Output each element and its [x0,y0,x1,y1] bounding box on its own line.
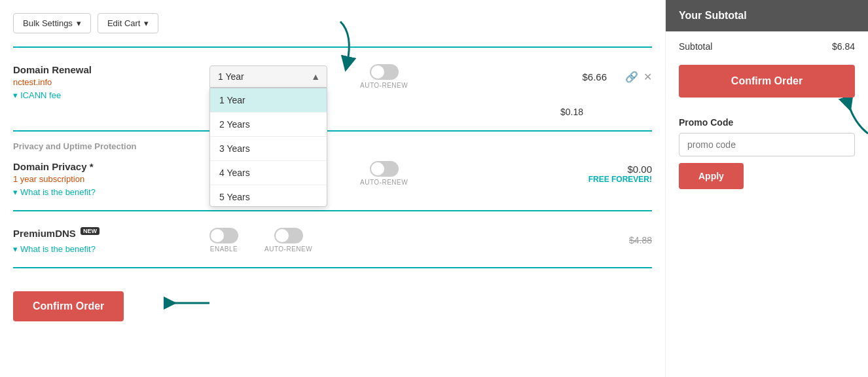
new-badge: NEW [81,227,99,235]
domain-privacy-info: Domain Privacy * 1 year subscription ▾ W… [13,161,209,197]
domain-privacy-title: Domain Privacy * [13,161,209,172]
duration-dropdown: 1 Year 2 Years 3 Years 4 Years 5 Years [209,88,327,207]
domain-privacy-toggle-wrapper: AUTO-RENEW [360,161,408,186]
domain-privacy-auto-renew-label: AUTO-RENEW [360,179,408,186]
domain-privacy-row: Domain Privacy * 1 year subscription ▾ W… [13,154,652,204]
premium-dns-controls: ENABLE AUTO-RENEW $4.88 [209,228,652,253]
privacy-section-label: Privacy and Uptime Protection [13,141,652,151]
toggle-knob [371,65,384,79]
subtotal-row: Subtotal $6.84 [679,41,855,52]
duration-select-wrapper: 1 Year ▲ 1 Year 2 Years 3 Years 4 Years … [209,65,327,88]
premium-dns-price: $4.88 [629,235,652,245]
confirm-order-button[interactable]: Confirm Order [679,65,855,98]
bulk-settings-chevron: ▾ [77,18,81,28]
premium-dns-row: PremiumDNS NEW ▾ What is the benefit? EN… [13,221,652,260]
bottom-bar: Confirm Order [13,278,652,334]
premium-dns-autorenew-wrapper: AUTO-RENEW [264,228,312,253]
subtotal-label: Subtotal [679,41,712,52]
domain-renewal-title: Domain Renewal [13,64,209,75]
domain-renewal-price: $6.66 [554,71,607,82]
premium-dns-benefit-link[interactable]: ▾ What is the benefit? [13,244,209,254]
promo-code-input[interactable] [679,133,855,156]
toggle-knob-4 [276,229,289,242]
auto-renew-toggle-wrapper: AUTO-RENEW [360,64,408,89]
premium-dns-enable-toggle[interactable] [209,228,238,243]
domain-privacy-price: $0.00 [627,164,652,175]
selected-duration-label: 1 Year [218,71,244,82]
edit-cart-button[interactable]: Edit Cart ▾ [98,13,159,33]
domain-privacy-benefit-link[interactable]: ▾ What is the benefit? [13,187,209,197]
domain-renewal-controls: 1 Year ▲ 1 Year 2 Years 3 Years 4 Years … [209,64,652,89]
dropdown-item-5years[interactable]: 5 Years [210,185,327,206]
section-divider-dns [13,210,652,211]
promo-code-label: Promo Code [679,117,855,128]
domain-privacy-price-wrapper: $0.00 FREE FOREVER! [588,164,652,184]
section-divider-bottom [13,267,652,268]
sidebar-body: Subtotal $6.84 Confirm Order Promo Code … [666,31,868,377]
select-chevron-icon: ▲ [311,71,320,82]
chevron-down-icon-3: ▾ [13,244,18,254]
sidebar: Your Subtotal Subtotal $6.84 Confirm Ord… [665,0,868,377]
domain-renewal-row: Domain Renewal nctest.info ▾ ICANN fee 1… [13,58,652,107]
premium-dns-autorenew-toggle[interactable] [274,228,303,243]
link-icon-button[interactable]: 🔗 [625,71,638,83]
icann-fee-link[interactable]: ▾ ICANN fee [13,90,209,100]
section-divider-privacy [13,130,652,132]
section-divider-top [13,46,652,48]
domain-privacy-free-label: FREE FOREVER! [588,175,652,184]
icann-fee-price: $0.18 [560,107,583,117]
premium-dns-price-wrapper: $4.88 [629,235,652,245]
sidebar-header: Your Subtotal [666,0,868,31]
auto-renew-toggle[interactable] [370,64,399,80]
dropdown-scroll: 1 Year 2 Years 3 Years 4 Years 5 Years [210,88,327,206]
dropdown-item-1year[interactable]: 1 Year [210,88,327,113]
confirm-button-area: Confirm Order [679,65,855,111]
bulk-settings-label: Bulk Settings [23,18,73,28]
enable-label: ENABLE [210,245,238,253]
apply-button[interactable]: Apply [679,163,744,189]
dropdown-item-4years[interactable]: 4 Years [210,161,327,185]
subtotal-value: $6.84 [832,41,855,52]
domain-privacy-subtitle: 1 year subscription [13,174,209,184]
domain-renewal-info: Domain Renewal nctest.info ▾ ICANN fee [13,64,209,100]
confirm-order-bottom-button[interactable]: Confirm Order [13,291,124,321]
toolbar: Bulk Settings ▾ Edit Cart ▾ [13,13,652,33]
domain-renewal-subtitle: nctest.info [13,77,209,87]
chevron-down-icon: ▾ [13,90,18,100]
premium-dns-info: PremiumDNS NEW ▾ What is the benefit? [13,228,209,254]
edit-cart-label: Edit Cart [107,18,141,28]
toggle-knob-2 [371,162,384,175]
toggle-knob-3 [211,229,224,242]
premium-dns-enable-wrapper: ENABLE [209,228,238,253]
premium-dns-title: PremiumDNS NEW [13,228,209,239]
edit-cart-chevron: ▾ [144,18,149,28]
dropdown-item-2years[interactable]: 2 Years [210,113,327,137]
domain-renewal-actions: 🔗 ✕ [625,71,652,83]
remove-icon-button[interactable]: ✕ [643,71,652,83]
premium-dns-auto-renew-label: AUTO-RENEW [264,245,312,253]
duration-select-display[interactable]: 1 Year ▲ [209,65,327,88]
auto-renew-label: AUTO-RENEW [360,82,408,89]
domain-privacy-toggle[interactable] [370,161,399,177]
dropdown-item-3years[interactable]: 3 Years [210,137,327,161]
chevron-down-icon-2: ▾ [13,187,18,197]
bulk-settings-button[interactable]: Bulk Settings ▾ [13,13,91,33]
arrow-to-confirm-bottom [164,296,216,310]
